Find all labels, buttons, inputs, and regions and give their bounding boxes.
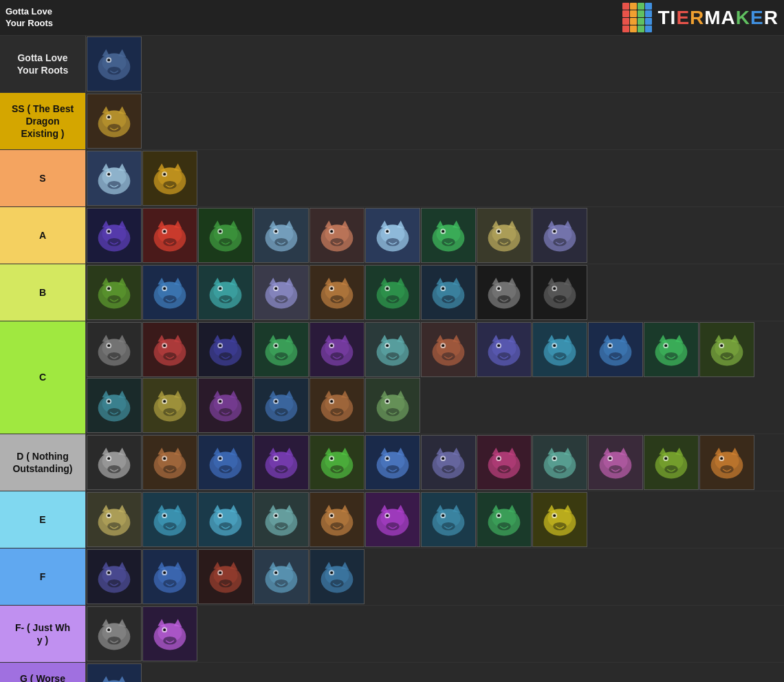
dragon-item[interactable] [477, 435, 532, 490]
svg-point-204 [274, 344, 277, 347]
dragon-item[interactable] [142, 322, 197, 377]
dragon-item[interactable] [198, 378, 253, 433]
dragon-item[interactable] [87, 94, 142, 149]
dragon-item[interactable] [532, 435, 587, 490]
dragon-item[interactable] [254, 322, 309, 377]
svg-point-380 [497, 457, 500, 460]
dragon-item[interactable] [421, 265, 476, 320]
dragon-item[interactable] [309, 265, 364, 320]
tier-row-s: S [0, 150, 784, 207]
dragon-item[interactable] [254, 208, 309, 263]
svg-point-540 [163, 628, 166, 631]
dragon-item[interactable] [142, 265, 197, 320]
dragon-item[interactable] [477, 322, 532, 377]
dragon-item[interactable] [365, 322, 420, 377]
dragon-item[interactable] [87, 663, 142, 682]
dragon-item[interactable] [87, 606, 142, 661]
dragon-item[interactable] [365, 265, 420, 320]
dragon-item[interactable] [309, 492, 364, 547]
svg-point-308 [330, 400, 333, 403]
dragon-item[interactable] [421, 492, 476, 547]
tier-items-ss [85, 93, 784, 149]
dragon-item[interactable] [365, 492, 420, 547]
dragon-item[interactable] [588, 435, 643, 490]
dragon-item[interactable] [254, 265, 309, 320]
dragon-item[interactable] [198, 549, 253, 604]
dragon-item[interactable] [477, 208, 532, 263]
dragon-item[interactable] [309, 549, 364, 604]
dragon-item[interactable] [87, 549, 142, 604]
svg-point-183 [107, 352, 121, 361]
svg-point-71 [330, 238, 344, 246]
dragon-item[interactable] [532, 208, 587, 263]
tier-row-g: G ( Worse Than Possible ) [0, 663, 784, 682]
svg-point-79 [386, 238, 400, 246]
svg-point-252 [609, 344, 611, 347]
dragon-item[interactable] [87, 265, 142, 320]
dragon-item[interactable] [254, 549, 309, 604]
dragon-item[interactable] [198, 265, 253, 320]
dragon-item[interactable] [588, 322, 643, 377]
dragon-item[interactable] [87, 322, 142, 377]
dragon-item[interactable] [87, 208, 142, 263]
dragon-item[interactable] [477, 492, 532, 547]
svg-point-300 [274, 400, 277, 403]
dragon-item[interactable] [309, 378, 364, 433]
svg-point-191 [163, 352, 177, 361]
dragon-item[interactable] [699, 435, 754, 490]
dragon-item[interactable] [477, 265, 532, 320]
svg-point-132 [274, 287, 277, 290]
dragon-item[interactable] [254, 378, 309, 433]
dragon-item[interactable] [87, 151, 142, 206]
dragon-item[interactable] [254, 492, 309, 547]
header: Gotta Love Your Roots TiERMAKER [0, 0, 784, 36]
dragon-item[interactable] [142, 606, 197, 661]
dragon-item[interactable] [644, 435, 699, 490]
svg-point-223 [386, 352, 400, 361]
dragon-item[interactable] [87, 492, 142, 547]
dragon-item[interactable] [254, 435, 309, 490]
dragon-item[interactable] [198, 492, 253, 547]
dragon-item[interactable] [365, 435, 420, 490]
svg-point-127 [219, 295, 232, 303]
dragon-item[interactable] [309, 322, 364, 377]
dragon-item[interactable] [532, 265, 587, 320]
dragon-item[interactable] [365, 378, 420, 433]
dragon-item[interactable] [644, 322, 699, 377]
dragon-item[interactable] [87, 378, 142, 433]
dragon-item[interactable] [87, 36, 142, 92]
tier-items-top [85, 36, 784, 92]
dragon-item[interactable] [198, 322, 253, 377]
svg-point-516 [274, 571, 277, 574]
svg-point-287 [163, 408, 177, 416]
dragon-item[interactable] [309, 208, 364, 263]
dragon-item[interactable] [198, 208, 253, 263]
dragon-item[interactable] [365, 208, 420, 263]
dragon-item[interactable] [699, 322, 754, 377]
svg-point-159 [442, 295, 455, 303]
svg-point-407 [664, 465, 678, 473]
svg-point-167 [497, 295, 511, 303]
dragon-item[interactable] [142, 492, 197, 547]
dragon-item[interactable] [87, 435, 142, 490]
tier-items-d [85, 434, 784, 491]
svg-point-404 [664, 457, 667, 460]
svg-point-332 [163, 457, 166, 460]
dragon-item[interactable] [532, 492, 587, 547]
svg-point-23 [107, 181, 121, 189]
dragon-item[interactable] [421, 208, 476, 263]
svg-point-372 [442, 457, 444, 460]
dragon-item[interactable] [309, 435, 364, 490]
dragon-item[interactable] [198, 435, 253, 490]
dragon-item[interactable] [421, 435, 476, 490]
svg-point-12 [107, 116, 110, 118]
dragon-item[interactable] [532, 322, 587, 377]
dragon-item[interactable] [142, 151, 197, 206]
tier-label-f: F [0, 548, 85, 605]
dragon-item[interactable] [142, 208, 197, 263]
dragon-item[interactable] [421, 322, 476, 377]
dragon-item[interactable] [142, 549, 197, 604]
svg-point-111 [107, 295, 121, 303]
dragon-item[interactable] [142, 435, 197, 490]
dragon-item[interactable] [142, 378, 197, 433]
